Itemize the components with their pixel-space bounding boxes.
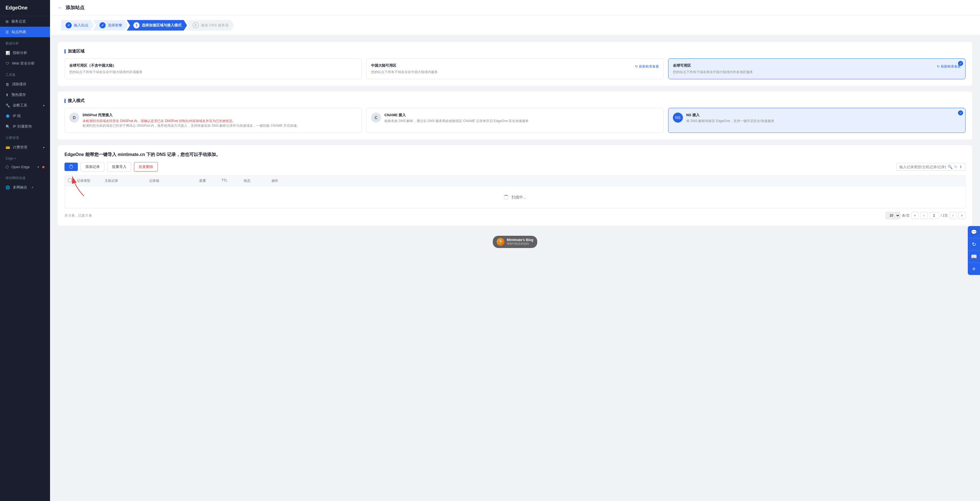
search-icon[interactable]: 🔍 — [948, 164, 953, 169]
sidebar-item-label: IP 组 — [13, 113, 21, 118]
batch-delete-button[interactable]: 批量删除 — [134, 162, 158, 172]
refresh-check-link-global[interactable]: ↻ 刷新检查备案 — [937, 64, 961, 69]
scanning-text: 扫描中... — [511, 195, 527, 200]
network-icon: 🌐 — [6, 185, 10, 190]
table-body: 扫描中... — [64, 186, 966, 209]
refresh-icon: ↻ — [937, 64, 940, 69]
external-link-icon: ↗ — [31, 186, 33, 189]
col-weight: 权重 — [196, 179, 218, 183]
select-all-checkbox[interactable] — [68, 179, 72, 182]
mode-card-dnspod[interactable]: D DNSPod 托管接入 未检测到当前域名托管在 DNSPod 内，请确认是否… — [64, 108, 362, 133]
loading-button[interactable] — [64, 163, 78, 171]
sidebar-item-iplookup[interactable]: 🔍 IP 归属查询 — [0, 121, 50, 132]
mode-title: NS 接入 — [686, 113, 774, 118]
step-3: 3 选择加速区域与接入模式 — [127, 20, 187, 30]
sidebar-item-security[interactable]: 🛡 Web 安全分析 — [0, 58, 50, 69]
bottom-logo-area: 🍃 Mintimate's Blog 薄荷约电话本机到 — [58, 231, 972, 252]
refresh-button[interactable]: ↻ — [968, 238, 980, 250]
menu-button[interactable]: ≡ — [968, 263, 980, 275]
sidebar-item-dashboard[interactable]: ⊞ 服务总览 — [0, 16, 50, 27]
mode-cards: D DNSPod 托管接入 未检测到当前域名托管在 DNSPod 内，请确认是否… — [64, 108, 966, 133]
sidebar-item-diagnose[interactable]: 🔧 诊断工具 ▾ — [0, 100, 50, 111]
table-info: 共 0 条，已选 0 条 — [64, 213, 92, 218]
refresh-check-link[interactable]: ↻ 刷新检查备案 — [635, 64, 659, 69]
download-icon[interactable]: ⬇ — [959, 164, 963, 169]
chart-icon: 📊 — [6, 51, 10, 55]
sidebar-section-billing: 计费管理 — [0, 132, 50, 142]
sidebar-item-purge[interactable]: 🗑 清除缓存 — [0, 79, 50, 89]
sidebar-item-multinetwork[interactable]: 🌐 多网融合 ↗ — [0, 182, 50, 193]
zone-card-global[interactable]: 全球可用区 ↻ 刷新检查备案 您的站点下所有子域名将在中国大陆境内外多地区服务 … — [668, 58, 966, 79]
col-status: 状态 — [240, 179, 268, 183]
step-2: ✓ 选择套餐 — [93, 20, 128, 30]
shield-icon: 🛡 — [6, 61, 9, 65]
sidebar-section-mobile: 移动网络加速 — [0, 172, 50, 182]
steps-bar: ✓ 输入站点 ✓ 选择套餐 3 选择加速区域与接入模式 ④ 修改 DNS 服务器 — [50, 16, 980, 35]
scanning-indicator: 扫描中... — [504, 195, 527, 200]
col-ttl: TTL — [218, 179, 240, 183]
toolbar: 添加记录 批量导入 批量删除 🔍 ↻ ⬇ — [64, 162, 966, 172]
mode-card-ns[interactable]: NS NS 接入 将 DNS 解析转移至 EdgeOne，支持一键开启安全/加速… — [668, 108, 966, 133]
step-4-label: 修改 DNS 服务器 — [201, 23, 229, 28]
sidebar-logo: EdgeOne — [0, 0, 50, 16]
page-size-select[interactable]: 10 20 50 — [886, 212, 900, 219]
sidebar-item-sites[interactable]: ☰ 站点列表 — [0, 27, 50, 37]
upload-icon: ⬆ — [6, 93, 9, 97]
book-button[interactable]: 📖 — [968, 250, 980, 263]
sidebar-item-ipgroup[interactable]: 🔷 IP 组 — [0, 111, 50, 121]
zone-card-desc: 您的站点下所有子域名将在中国大陆境内外多地区服务 — [673, 70, 961, 75]
page-input[interactable] — [929, 212, 939, 219]
prev-page-button[interactable]: ‹ — [920, 212, 928, 219]
last-page-button[interactable]: » — [958, 212, 966, 219]
zone-card-global-excl-china[interactable]: 全球可用区（不含中国大陆） 您的站点下所有子域名仅在中国大陆境外区域服务 — [64, 58, 362, 79]
sidebar-item-openedge[interactable]: ⬡ Open Edge ▾ — [0, 162, 50, 172]
sidebar-item-label: Web 安全分析 — [12, 61, 35, 66]
sidebar-item-label: 清除缓存 — [12, 82, 26, 87]
chat-button[interactable]: 💬 — [968, 226, 980, 238]
refresh-label: 刷新检查备案 — [639, 64, 659, 69]
ns-icon: NS — [673, 113, 683, 123]
dns-records-card: EdgeOne 能帮您一键导入 mintimate.cn 下的 DNS 记录，您… — [58, 145, 972, 226]
step-2-label: 选择套餐 — [108, 23, 122, 28]
page-header: ← 添加站点 — [50, 0, 980, 16]
refresh-icon[interactable]: ↻ — [954, 164, 958, 169]
step-4-badge: ④ — [192, 22, 199, 28]
logo-avatar: 🍃 — [497, 238, 504, 246]
col-actions: 操作 — [268, 179, 302, 183]
first-page-button[interactable]: « — [912, 212, 919, 219]
search-icon: 🔍 — [6, 124, 10, 129]
zone-card-title: 全球可用区（不含中国大陆） — [69, 63, 357, 68]
mode-card-cname[interactable]: C CNAME 接入 核验有效 DNS 解析，通过在 DNS 服务商处核验指定 … — [366, 108, 664, 133]
col-checkbox — [65, 179, 74, 183]
table-header: 记录类型 主机记录 记录值 权重 TTL 状态 操作 — [64, 176, 966, 186]
next-page-button[interactable]: › — [950, 212, 957, 219]
step-3-badge: 3 — [134, 22, 140, 28]
delete-icon: 🗑 — [6, 82, 9, 86]
table-footer: 共 0 条，已选 0 条 10 20 50 条/页 « ‹ / 1页 › » — [64, 209, 966, 219]
zone-card-china-only[interactable]: 中国大陆可用区 ↻ 刷新检查备案 您的站点下所有子域名仅在中国大陆境内服务 — [366, 58, 664, 79]
zone-card-desc: 您的站点下所有子域名仅在中国大陆境外区域服务 — [69, 70, 357, 75]
back-button[interactable]: ← — [58, 5, 62, 10]
sidebar-item-label: IP 归属查询 — [13, 124, 32, 129]
chevron-down-icon: ▾ — [38, 166, 39, 169]
sidebar-item-prefetch[interactable]: ⬆ 预热缓存 — [0, 89, 50, 100]
add-record-button[interactable]: 添加记录 — [81, 162, 105, 172]
pagination: 10 20 50 条/页 « ‹ / 1页 › » — [886, 212, 966, 219]
col-record-type: 记录类型 — [74, 179, 102, 183]
ip-icon: 🔷 — [6, 114, 10, 118]
scan-spinner-icon — [504, 195, 509, 200]
step-3-label: 选择加速区域与接入模式 — [142, 23, 181, 28]
sidebar-section-edge-plus: Edge + — [0, 153, 50, 162]
search-input[interactable] — [899, 165, 946, 169]
sidebar-item-metrics[interactable]: 📊 指标分析 — [0, 48, 50, 58]
main-content: ← 添加站点 ✓ 输入站点 ✓ 选择套餐 3 选择加速区域与接入模式 ④ 修改 … — [50, 0, 980, 501]
step-1-label: 输入站点 — [74, 23, 88, 28]
dns-table: 记录类型 主机记录 记录值 权重 TTL 状态 操作 扫描中... — [64, 176, 966, 209]
batch-import-button[interactable]: 批量导入 — [107, 162, 131, 172]
cname-icon: C — [371, 113, 381, 123]
zone-card-title: 全球可用区 — [673, 63, 691, 68]
spinner-icon — [69, 165, 73, 169]
refresh-icon: ↻ — [635, 64, 638, 69]
sidebar-item-billing[interactable]: 💳 计费管理 ▾ — [0, 142, 50, 153]
sidebar-section-data: 数据分析 — [0, 37, 50, 48]
